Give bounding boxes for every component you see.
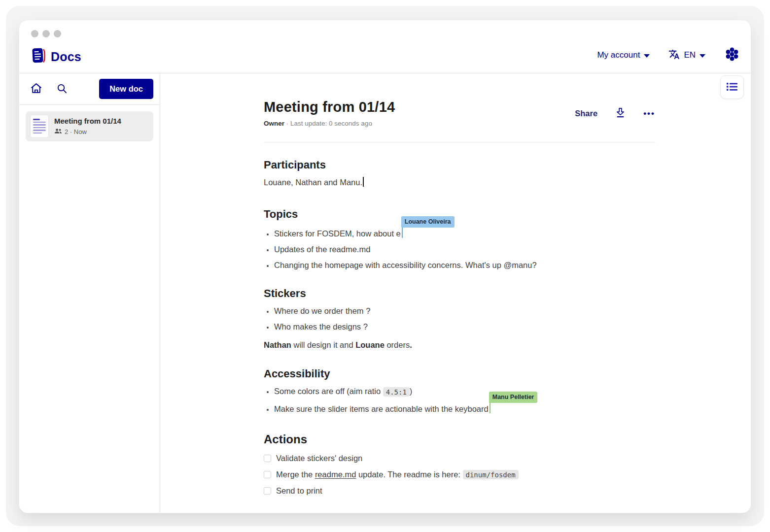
app-name: Docs <box>51 50 81 64</box>
backdrop-surface: Docs My account EN <box>6 6 764 526</box>
stickers-bullet-1[interactable]: Where do we order them ? <box>274 305 655 317</box>
document-item-text: Meeting from 01/14 <box>54 117 121 136</box>
search-icon <box>56 83 68 96</box>
app-window: Docs My account EN <box>19 20 751 513</box>
section-heading-stickers[interactable]: Stickers <box>264 286 655 301</box>
section-heading-accessibility[interactable]: Accessibility <box>264 366 655 382</box>
list-icon <box>726 81 738 94</box>
participants-text[interactable]: Louane, Nathan and Manu. <box>264 177 655 189</box>
accessibility-bullet-2[interactable]: Make sure the slider items are actionabl… <box>274 401 655 415</box>
topics-bullet-1[interactable]: Stickers for FOSDEM, how about eLouane O… <box>274 226 655 240</box>
todo-item[interactable]: Validate stickers' design <box>264 453 655 465</box>
main-panel: Meeting from 01/14 Owner · Last update: … <box>160 73 751 513</box>
apps-grid-icon <box>724 46 740 64</box>
checkbox-unchecked[interactable] <box>264 455 271 462</box>
chevron-down-icon <box>644 54 650 58</box>
header-right: My account EN <box>597 46 740 64</box>
todo-list: Validate stickers' design Merge the read… <box>264 453 655 497</box>
todo-item[interactable]: Send to print <box>264 485 655 497</box>
window-minimize-button[interactable] <box>42 30 50 37</box>
accessibility-list: Some colors are off (aim ratio 4.5:1) Ma… <box>264 386 655 415</box>
section-heading-topics[interactable]: Topics <box>264 206 655 222</box>
collab-cursor-louane: Louane Oliveira <box>402 226 403 238</box>
language-code: EN <box>684 50 696 60</box>
document-view: Meeting from 01/14 Owner · Last update: … <box>160 73 655 513</box>
apps-gaufre-button[interactable] <box>724 46 740 64</box>
section-heading-participants[interactable]: Participants <box>264 157 655 173</box>
todo-item[interactable]: Merge the readme.md update. The readme i… <box>264 469 655 481</box>
search-button[interactable] <box>56 83 68 96</box>
section-heading-actions[interactable]: Actions <box>264 431 655 448</box>
download-button[interactable] <box>615 107 626 120</box>
home-icon <box>30 82 42 96</box>
new-doc-button[interactable]: New doc <box>99 79 153 99</box>
stickers-bullet-2[interactable]: Who makes the designs ? <box>274 321 655 333</box>
docs-logo-icon <box>31 47 46 66</box>
collab-cursor-label: Louane Oliveira <box>401 216 455 228</box>
section-heading-next-meeting[interactable]: Next meeting <box>264 512 655 513</box>
topics-bullet-2[interactable]: Updates of the readme.md <box>274 244 655 256</box>
document-thumbnail-icon <box>30 115 49 138</box>
my-account-menu[interactable]: My account <box>597 50 650 60</box>
document-title-block: Meeting from 01/14 Owner · Last update: … <box>264 99 395 127</box>
window-maximize-button[interactable] <box>54 30 61 37</box>
sidebar-toolbar: New doc <box>19 73 160 105</box>
document-header: Meeting from 01/14 Owner · Last update: … <box>264 99 655 127</box>
checkbox-unchecked[interactable] <box>264 471 271 478</box>
window-close-button[interactable] <box>31 30 38 37</box>
document-editor[interactable]: Participants Louane, Nathan and Manu. To… <box>264 157 655 513</box>
header-divider <box>264 142 655 142</box>
app-logo[interactable]: Docs <box>31 47 81 66</box>
document-actions: Share ••• <box>575 107 655 120</box>
share-button[interactable]: Share <box>575 109 597 118</box>
sidebar: New doc Meeting from 01/14 <box>19 73 160 513</box>
window-controls <box>31 30 61 37</box>
desktop-background: Docs My account EN <box>0 0 770 532</box>
inline-code: dinum/fosdem <box>463 470 519 479</box>
document-item-meta: 2 · Now <box>65 128 87 135</box>
more-options-button[interactable]: ••• <box>643 109 655 119</box>
download-icon <box>615 111 626 120</box>
document-list: Meeting from 01/14 <box>19 105 160 148</box>
home-button[interactable] <box>30 82 42 96</box>
topics-list: Stickers for FOSDEM, how about eLouane O… <box>264 226 655 271</box>
collab-cursor-label: Manu Pelletier <box>489 392 538 403</box>
chevron-down-icon <box>700 54 705 58</box>
document-list-item[interactable]: Meeting from 01/14 <box>26 111 153 141</box>
readme-link[interactable]: readme.md <box>315 470 356 479</box>
collab-cursor-manu: Manu Pelletier <box>490 401 490 413</box>
text-cursor <box>363 177 364 187</box>
topics-bullet-3[interactable]: Changing the homepage with accessibility… <box>274 260 655 271</box>
document-item-title: Meeting from 01/14 <box>54 117 121 125</box>
members-icon <box>54 128 62 136</box>
stickers-list: Where do we order them ? Who makes the d… <box>264 305 655 333</box>
last-update-text: · Last update: 0 seconds ago <box>284 120 372 127</box>
table-of-contents-button[interactable] <box>720 75 744 99</box>
language-selector[interactable]: EN <box>668 49 705 62</box>
checkbox-unchecked[interactable] <box>264 487 271 495</box>
owner-badge: Owner <box>264 120 284 127</box>
my-account-label: My account <box>597 50 640 60</box>
translate-icon <box>668 49 680 62</box>
document-meta: Owner · Last update: 0 seconds ago <box>264 120 395 127</box>
stickers-note[interactable]: Nathan will design it and Louane orders. <box>264 339 655 351</box>
app-header: Docs My account EN <box>19 20 751 73</box>
app-body: New doc Meeting from 01/14 <box>19 73 751 513</box>
accessibility-bullet-1[interactable]: Some colors are off (aim ratio 4.5:1) <box>274 386 655 398</box>
inline-code: 4.5:1 <box>383 387 410 397</box>
document-title[interactable]: Meeting from 01/14 <box>264 99 395 115</box>
